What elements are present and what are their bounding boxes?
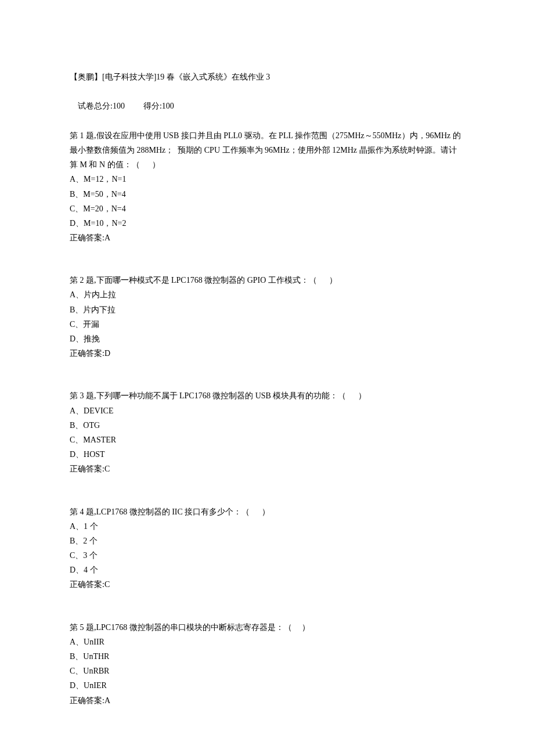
- question-stem: 第 1 题,假设在应用中使用 USB 接口并且由 PLL0 驱动。在 PLL 操…: [70, 128, 464, 172]
- question-block: 第 4 题,LCP1768 微控制器的 IIC 接口有多少个：（ ） A、1 个…: [70, 505, 464, 592]
- question-option: D、4 个: [70, 563, 464, 577]
- question-option: B、片内下拉: [70, 303, 464, 317]
- question-option: A、M=12，N=1: [70, 172, 464, 186]
- question-option: C、UnRBR: [70, 664, 464, 678]
- question-option: C、M=20，N=4: [70, 201, 464, 216]
- question-option: B、2 个: [70, 534, 464, 548]
- question-option: A、1 个: [70, 519, 464, 534]
- question-stem: 第 5 题,LPC1768 微控制器的串口模块的中断标志寄存器是：（ ）: [70, 620, 464, 635]
- question-answer: 正确答案:A: [70, 693, 464, 708]
- question-answer: 正确答案:C: [70, 577, 464, 592]
- question-option: C、开漏: [70, 317, 464, 332]
- question-option: A、DEVICE: [70, 404, 464, 418]
- question-answer: 正确答案:A: [70, 231, 464, 245]
- score-gain-value: 100: [162, 102, 174, 110]
- question-answer: 正确答案:C: [70, 462, 464, 476]
- score-gain-label: 得分:: [143, 102, 162, 110]
- question-option: D、推挽: [70, 332, 464, 346]
- question-option: D、HOST: [70, 447, 464, 462]
- question-option: C、3 个: [70, 548, 464, 563]
- score-line: 试卷总分:100得分:100: [70, 84, 464, 128]
- question-option: C、MASTER: [70, 433, 464, 447]
- score-total-value: 100: [113, 102, 125, 110]
- question-option: B、OTG: [70, 418, 464, 433]
- question-stem: 第 3 题,下列哪一种功能不属于 LPC1768 微控制器的 USB 模块具有的…: [70, 388, 464, 403]
- question-option: A、片内上拉: [70, 287, 464, 302]
- document-title: 【奥鹏】[电子科技大学]19 春《嵌入式系统》在线作业 3: [70, 70, 464, 84]
- question-block: 第 2 题,下面哪一种模式不是 LPC1768 微控制器的 GPIO 工作模式：…: [70, 273, 464, 361]
- question-block: 第 5 题,LPC1768 微控制器的串口模块的中断标志寄存器是：（ ） A、U…: [70, 620, 464, 708]
- question-option: D、UnIER: [70, 678, 464, 693]
- question-option: B、UnTHR: [70, 649, 464, 664]
- question-block: 第 1 题,假设在应用中使用 USB 接口并且由 PLL0 驱动。在 PLL 操…: [70, 128, 464, 246]
- question-option: B、M=50，N=4: [70, 187, 464, 201]
- document-page: 【奥鹏】[电子科技大学]19 春《嵌入式系统》在线作业 3 试卷总分:100得分…: [0, 0, 534, 756]
- question-option: A、UnIIR: [70, 635, 464, 649]
- question-answer: 正确答案:D: [70, 346, 464, 361]
- question-block: 第 3 题,下列哪一种功能不属于 LPC1768 微控制器的 USB 模块具有的…: [70, 388, 464, 476]
- question-option: D、M=10，N=2: [70, 216, 464, 231]
- score-total-label: 试卷总分:: [78, 102, 113, 110]
- question-stem: 第 2 题,下面哪一种模式不是 LPC1768 微控制器的 GPIO 工作模式：…: [70, 273, 464, 287]
- question-stem: 第 4 题,LCP1768 微控制器的 IIC 接口有多少个：（ ）: [70, 505, 464, 519]
